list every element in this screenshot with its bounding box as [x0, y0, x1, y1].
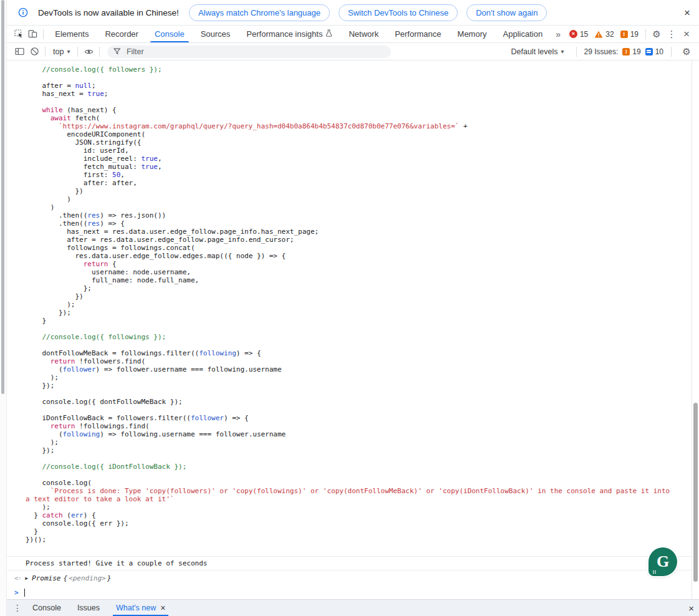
- tab-memory[interactable]: Memory: [450, 26, 495, 42]
- tab-recorder[interactable]: Recorder: [97, 26, 146, 42]
- result-close-brace: }: [107, 574, 112, 582]
- infobar-message: DevTools is now available in Chinese!: [38, 8, 179, 17]
- divider: [99, 47, 100, 57]
- result-arrow-icon: <·: [14, 574, 21, 582]
- expand-triangle-icon[interactable]: ▶: [25, 575, 28, 581]
- infobar-button-always-match-chrome-s-language[interactable]: Always match Chrome's language: [189, 4, 330, 21]
- infobar-close-icon[interactable]: ×: [684, 7, 690, 18]
- page-scrollbar-thumb[interactable]: [1, 0, 4, 394]
- inspect-element-icon[interactable]: [12, 27, 26, 41]
- prompt-chevron-icon: >: [14, 589, 19, 597]
- grammarly-logo: G: [657, 552, 669, 571]
- divider: [645, 29, 646, 39]
- tab-label: Sources: [201, 29, 231, 39]
- more-tabs-icon[interactable]: »: [551, 29, 566, 39]
- console-command-code[interactable]: //console.log({ followers }); after = nu…: [7, 60, 670, 556]
- devtools-tabs: ElementsRecorderConsoleSourcesPerformanc…: [47, 26, 551, 42]
- console-prompt[interactable]: >: [7, 585, 699, 597]
- console-filter-field[interactable]: [107, 46, 391, 58]
- console-messages-area: //console.log({ followers }); after = nu…: [7, 60, 699, 599]
- drawer-bar: ⋮ ConsoleIssuesWhat's new× ×: [7, 599, 699, 616]
- message-icon: [645, 48, 653, 55]
- tab-performance[interactable]: Performance: [387, 26, 449, 42]
- devtools-language-infobar: DevTools is now available in Chinese! Al…: [7, 0, 699, 26]
- console-sidebar-icon[interactable]: [12, 45, 27, 59]
- drawer-tab-console[interactable]: Console: [24, 600, 69, 616]
- issues-summary[interactable]: 29 Issues:: [584, 47, 619, 56]
- drawer-tab-what-s-new[interactable]: What's new×: [108, 600, 173, 616]
- divider: [576, 47, 577, 57]
- tab-label: Elements: [55, 29, 89, 39]
- console-log-row[interactable]: Process started! Give it a couple of sec…: [7, 556, 699, 570]
- clear-console-icon[interactable]: [27, 45, 42, 59]
- toggle-device-toolbar-icon[interactable]: [26, 27, 41, 41]
- drawer-tab-issues[interactable]: Issues: [69, 600, 108, 616]
- tab-label: Recorder: [105, 29, 138, 39]
- infobar-button-switch-devtools-to-chinese[interactable]: Switch DevTools to Chinese: [339, 4, 458, 21]
- tab-elements[interactable]: Elements: [47, 26, 97, 42]
- filter-input[interactable]: [125, 47, 385, 57]
- divider: [45, 47, 46, 57]
- tab-label: Console: [155, 29, 185, 39]
- info-icon: [16, 6, 31, 19]
- tab-label: Network: [349, 29, 378, 39]
- warning-icon: [594, 31, 603, 38]
- breaking-issues-badge[interactable]: 19: [622, 47, 640, 56]
- console-result-row[interactable]: <· ▶ Promise { <pending> }: [7, 570, 699, 585]
- devtools-close-icon[interactable]: ×: [679, 29, 694, 39]
- drawer-tab-label: Console: [32, 604, 61, 612]
- tab-label: Performance: [395, 29, 441, 39]
- tab-label: Memory: [458, 29, 487, 39]
- javascript-context-select[interactable]: top ▾: [49, 47, 74, 56]
- drawer-tab-label: What's new: [116, 604, 156, 612]
- message-issues-badge[interactable]: 10: [645, 47, 663, 56]
- breaking-issues-count: 19: [632, 47, 640, 56]
- tab-console[interactable]: Console: [147, 26, 193, 42]
- status-badges: × 15 32 19: [569, 30, 639, 39]
- console-toolbar: top ▾ Default levels ▾ 29 Issues: 19: [7, 43, 699, 60]
- error-count: 15: [580, 30, 588, 39]
- issues-count-badge[interactable]: 19: [620, 30, 639, 39]
- chevron-down-icon: ▾: [67, 48, 70, 55]
- tab-network[interactable]: Network: [340, 26, 387, 42]
- drawer-tab-close-icon[interactable]: ×: [160, 603, 165, 613]
- warning-count: 32: [605, 30, 614, 39]
- console-scrollbar-thumb[interactable]: [693, 403, 698, 582]
- tab-performance-insights[interactable]: Performance insights: [238, 26, 340, 42]
- tab-application[interactable]: Application: [495, 26, 551, 42]
- infobar-buttons: Always match Chrome's languageSwitch Dev…: [189, 4, 547, 21]
- page-scrollbar[interactable]: [0, 0, 7, 616]
- tab-sources[interactable]: Sources: [193, 26, 239, 42]
- flask-icon: [325, 29, 332, 39]
- drawer-close-icon[interactable]: ×: [688, 604, 694, 613]
- chevron-down-icon: ▾: [561, 48, 564, 55]
- live-expression-eye-icon[interactable]: [81, 45, 96, 59]
- log-levels-select[interactable]: Default levels ▾: [507, 47, 569, 56]
- drawer-tabs: ConsoleIssuesWhat's new×: [24, 600, 173, 616]
- filter-funnel-icon: [113, 48, 120, 55]
- divider: [43, 29, 44, 39]
- infobar-button-don-t-show-again[interactable]: Don't show again: [466, 4, 547, 21]
- issues-count: 19: [630, 30, 639, 39]
- issues-icon: [622, 48, 630, 55]
- overflow-menu-icon[interactable]: ⋮: [664, 29, 679, 39]
- divider: [671, 47, 672, 57]
- issues-icon: [620, 31, 628, 38]
- tabbar-right-controls: ⚙ ⋮ ×: [642, 29, 699, 39]
- warning-count-badge[interactable]: 32: [594, 30, 614, 39]
- result-pending-state: <pending>: [69, 574, 106, 582]
- drawer-tab-label: Issues: [77, 604, 100, 612]
- error-icon: ×: [569, 30, 577, 38]
- result-class-name: Promise: [32, 574, 60, 582]
- error-count-badge[interactable]: × 15: [569, 30, 588, 39]
- devtools-tabbar: ElementsRecorderConsoleSourcesPerformanc…: [7, 26, 699, 43]
- result-open-brace: {: [63, 574, 67, 582]
- divider: [77, 47, 78, 57]
- grammarly-badge[interactable]: G: [648, 547, 677, 576]
- log-message: Process started! Give it a couple of sec…: [26, 559, 207, 567]
- settings-gear-icon[interactable]: ⚙: [649, 29, 664, 39]
- issues-summary-label: 29 Issues:: [584, 47, 619, 56]
- console-settings-gear-icon[interactable]: ⚙: [679, 47, 694, 56]
- console-scrollbar[interactable]: [692, 60, 699, 599]
- drawer-menu-icon[interactable]: ⋮: [11, 603, 24, 613]
